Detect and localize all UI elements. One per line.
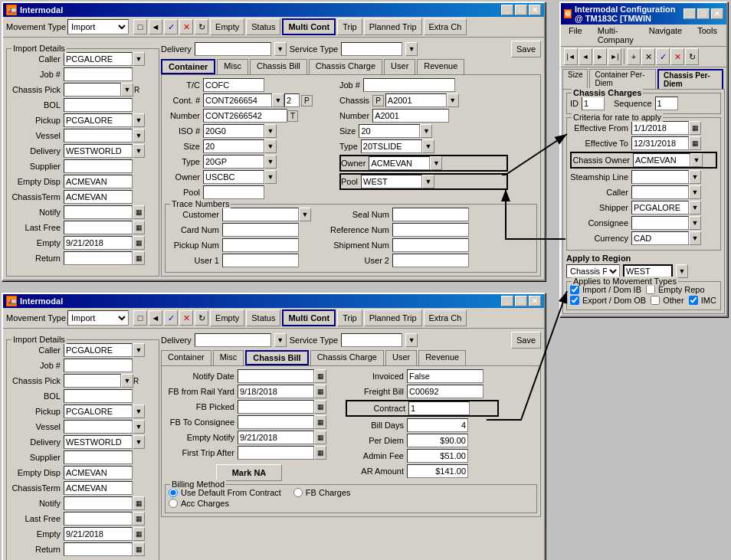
size-lookup[interactable]: ▼ (264, 139, 277, 153)
mark-na-btn[interactable]: Mark NA (216, 464, 283, 481)
consignee-lookup[interactable]: ▼ (689, 216, 701, 230)
trip-btn-bottom[interactable]: Trip (337, 309, 362, 326)
b-pickup-lookup[interactable]: ▼ (133, 404, 145, 418)
customer-lookup[interactable]: ▼ (299, 208, 311, 221)
imc-checkbox[interactable] (689, 296, 698, 305)
b-service-type-input[interactable] (341, 333, 402, 347)
pickup-lookup[interactable]: ▼ (133, 113, 145, 127)
service-type-lookup[interactable]: ▼ (405, 42, 418, 56)
b-delivery-lookup[interactable]: ▼ (133, 435, 145, 449)
config-chassis-per-diem-tab[interactable]: Chassis Per-Diem (657, 69, 723, 89)
steamship-lookup[interactable]: ▼ (689, 170, 701, 184)
config-check-btn[interactable]: ✓ (656, 48, 670, 65)
b-return-cal[interactable]: ▦ (133, 542, 145, 556)
config-cancel-btn[interactable]: ✕ (670, 48, 684, 65)
refresh-btn[interactable]: ↻ (195, 19, 208, 34)
maximize-btn[interactable]: □ (515, 5, 527, 15)
b-notify-cal[interactable]: ▦ (133, 496, 145, 510)
planned-trip-btn-bottom[interactable]: Planned Trip (364, 309, 422, 326)
type-input[interactable] (203, 155, 264, 169)
status-btn-bottom[interactable]: Status (246, 309, 280, 326)
b-empty-date-cal[interactable]: ▦ (133, 527, 145, 541)
owner-lookup[interactable]: ▼ (264, 170, 277, 184)
b-chassis-charge-tab[interactable]: Chassis Charge (310, 350, 384, 365)
vessel-input[interactable] (64, 129, 133, 142)
chassis-charge-tab-top[interactable]: Chassis Charge (309, 59, 382, 74)
caller-input[interactable] (64, 52, 133, 66)
chassis-owner-top-input[interactable] (369, 156, 430, 170)
supplier-input[interactable] (64, 159, 133, 173)
chassis-owner-top-lookup[interactable]: ▼ (430, 156, 442, 170)
config-del-btn[interactable]: ✕ (641, 48, 655, 65)
user1-input[interactable] (222, 254, 299, 267)
bill-days-input[interactable] (407, 418, 468, 432)
config-refresh-btn[interactable]: ↻ (685, 48, 699, 65)
b-vessel-lookup[interactable]: ▼ (133, 420, 145, 434)
invoiced-input[interactable] (407, 369, 484, 383)
seal-num-input[interactable] (392, 208, 469, 221)
menu-multi-company[interactable]: Multi-Company (593, 25, 638, 45)
b-chassis-pick-input[interactable] (64, 374, 121, 388)
bottom-minimize-btn[interactable]: _ (501, 296, 513, 306)
owner-input[interactable] (203, 170, 264, 184)
first-trip-input[interactable] (238, 446, 314, 460)
pickup-num-input[interactable] (222, 238, 299, 252)
b-last-free-cal[interactable]: ▦ (133, 512, 145, 526)
fb-picked-input[interactable] (238, 400, 314, 414)
size-input[interactable] (203, 139, 264, 153)
chassis-term-input[interactable] (64, 190, 133, 204)
b-chassis-bill-tab[interactable]: Chassis Bill (245, 350, 308, 365)
chassis-number-input[interactable] (372, 109, 449, 123)
notify-calendar[interactable]: ▦ (133, 205, 145, 219)
type-lookup[interactable]: ▼ (264, 155, 277, 169)
fb-consignee-cal[interactable]: ▦ (314, 415, 326, 429)
pool-input[interactable] (203, 185, 264, 199)
notify-date-input[interactable] (238, 369, 314, 383)
eff-to-input[interactable] (631, 136, 689, 150)
fb-rail-cal[interactable]: ▦ (314, 385, 326, 398)
b-return-input[interactable] (64, 542, 133, 556)
check-btn[interactable]: ✓ (164, 19, 178, 34)
last-free-calendar[interactable]: ▦ (133, 221, 145, 234)
b-vessel-input[interactable] (64, 420, 133, 434)
bottom-movement-type-select[interactable]: Import (67, 310, 129, 326)
extra-ch-btn-top[interactable]: Extra Ch (424, 18, 467, 35)
chassis-type-lookup[interactable]: ▼ (422, 139, 434, 153)
config-minimize-btn[interactable]: _ (683, 8, 696, 19)
number-input[interactable] (203, 109, 287, 123)
b-caller-lookup[interactable]: ▼ (133, 343, 145, 357)
consignee-input[interactable] (631, 216, 689, 230)
misc-tab-top[interactable]: Misc (217, 59, 248, 74)
caller-cfg-lookup[interactable]: ▼ (689, 185, 701, 199)
t-btn[interactable]: T (287, 110, 298, 122)
b-notify-input[interactable] (64, 496, 133, 510)
fb-charges-radio[interactable] (293, 488, 303, 497)
b-job-input[interactable] (64, 359, 133, 372)
chassis-pool-top-lookup[interactable]: ▼ (422, 175, 434, 188)
chassis-owner-cfg-lookup[interactable]: ▼ (690, 153, 703, 167)
config-add-btn[interactable]: + (627, 48, 641, 65)
card-num-input[interactable] (222, 223, 299, 237)
container-tab-top[interactable]: Container (161, 59, 215, 74)
b-caller-input[interactable] (64, 343, 133, 357)
planned-trip-btn-top[interactable]: Planned Trip (364, 18, 422, 35)
empty-date-calendar[interactable]: ▦ (133, 236, 145, 250)
b-user-tab[interactable]: User (385, 350, 417, 365)
config-maximize-btn[interactable]: □ (697, 8, 710, 19)
shipment-num-input[interactable] (392, 238, 469, 252)
job-input[interactable] (64, 67, 133, 81)
bol-input[interactable] (64, 98, 133, 112)
cont-num-input[interactable] (203, 93, 272, 107)
movement-type-select[interactable]: Import (67, 19, 129, 34)
empty-disp-input[interactable] (64, 175, 133, 188)
acc-charges-radio[interactable] (169, 499, 178, 508)
menu-file[interactable]: File (564, 25, 587, 45)
cont-lookup[interactable]: ▼ (272, 93, 284, 107)
empty-date-input[interactable] (64, 236, 133, 250)
trip-btn-top[interactable]: Trip (337, 18, 362, 35)
close-btn[interactable]: ✕ (529, 5, 541, 15)
bottom-close-btn[interactable]: ✕ (529, 296, 541, 306)
chassis-pick-lookup[interactable]: ▼ (121, 83, 133, 97)
use-default-radio[interactable] (169, 488, 178, 497)
empty-btn-bottom[interactable]: Empty (210, 309, 244, 326)
